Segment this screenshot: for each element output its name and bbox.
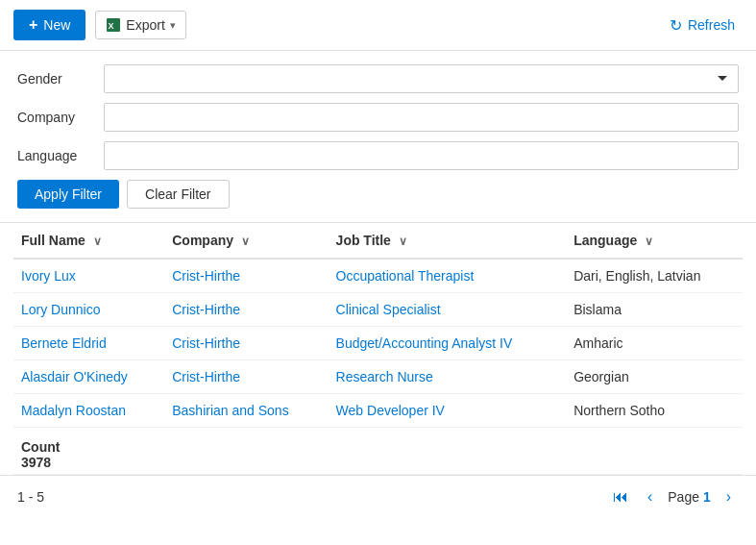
- page-number: 1: [703, 489, 711, 505]
- table-row: Madalyn RoostanBashirian and SonsWeb Dev…: [13, 394, 743, 428]
- cell-company[interactable]: Bashirian and Sons: [172, 403, 288, 418]
- col-language-label: Language: [573, 233, 637, 248]
- col-company-label: Company: [172, 233, 233, 248]
- page-label: Page 1: [664, 489, 714, 505]
- cell-company[interactable]: Crist-Hirthe: [172, 302, 240, 317]
- col-jobtitle-label: Job Title: [336, 233, 391, 248]
- export-button[interactable]: X Export ▾: [95, 11, 185, 39]
- cell-fullname[interactable]: Ivory Lux: [21, 268, 76, 284]
- clear-filter-button[interactable]: Clear Filter: [127, 180, 229, 209]
- company-sort-icon: ∨: [241, 235, 250, 248]
- table-row: Bernete EldridCrist-HirtheBudget/Account…: [13, 327, 743, 360]
- gender-filter-row: Gender Male Female: [17, 64, 739, 93]
- cell-jobtitle[interactable]: Web Developer IV: [336, 403, 445, 418]
- cell-language: Bislama: [566, 293, 743, 327]
- refresh-icon: ↻: [670, 16, 682, 35]
- cell-fullname[interactable]: Alasdair O'Kinedy: [21, 369, 128, 384]
- table-row: Lory DunnicoCrist-HirtheClinical Special…: [13, 293, 743, 327]
- toolbar: + New X Export ▾ ↻ Refresh: [0, 0, 756, 51]
- cell-company[interactable]: Crist-Hirthe: [172, 369, 240, 384]
- table-header: Full Name ∨ Company ∨ Job Title ∨ Langua…: [13, 223, 743, 259]
- col-header-fullname[interactable]: Full Name ∨: [13, 223, 164, 259]
- col-header-jobtitle[interactable]: Job Title ∨: [329, 223, 567, 259]
- pagination-range: 1 - 5: [17, 489, 44, 505]
- data-table: Full Name ∨ Company ∨ Job Title ∨ Langua…: [13, 223, 743, 475]
- company-filter-row: Company: [17, 103, 739, 132]
- cell-jobtitle[interactable]: Budget/Accounting Analyst IV: [336, 335, 513, 351]
- language-label: Language: [17, 148, 94, 163]
- cell-fullname[interactable]: Lory Dunnico: [21, 302, 101, 317]
- language-sort-icon: ∨: [645, 235, 653, 248]
- filter-section: Gender Male Female Company Language Appl…: [0, 51, 756, 223]
- new-button[interactable]: + New: [13, 10, 85, 40]
- table-body: Ivory LuxCrist-HirtheOccupational Therap…: [13, 259, 743, 475]
- company-label: Company: [17, 110, 94, 125]
- gender-select[interactable]: Male Female: [104, 64, 739, 93]
- count-text: Count: [21, 439, 60, 455]
- language-input[interactable]: [104, 141, 739, 170]
- apply-filter-button[interactable]: Apply Filter: [17, 180, 119, 209]
- cell-fullname[interactable]: Madalyn Roostan: [21, 403, 126, 418]
- header-row: Full Name ∨ Company ∨ Job Title ∨ Langua…: [13, 223, 743, 259]
- count-empty-1: [329, 428, 567, 475]
- cell-language: Dari, English, Latvian: [566, 259, 743, 293]
- table-container: Full Name ∨ Company ∨ Job Title ∨ Langua…: [0, 223, 756, 475]
- first-page-button[interactable]: ⏮: [605, 485, 636, 508]
- count-empty-2: [566, 428, 743, 475]
- cell-company[interactable]: Crist-Hirthe: [172, 268, 240, 284]
- count-value: 3978: [21, 455, 51, 470]
- cell-language: Northern Sotho: [566, 394, 743, 428]
- new-button-label: New: [43, 17, 70, 33]
- col-header-company[interactable]: Company ∨: [164, 223, 328, 259]
- col-header-language[interactable]: Language ∨: [566, 223, 743, 259]
- refresh-button[interactable]: ↻ Refresh: [662, 11, 743, 40]
- filter-buttons: Apply Filter Clear Filter: [17, 180, 739, 209]
- cell-jobtitle[interactable]: Clinical Specialist: [336, 302, 441, 317]
- gender-label: Gender: [17, 71, 94, 87]
- page-text: Page: [668, 489, 699, 505]
- col-fullname-label: Full Name: [21, 233, 85, 248]
- cell-language: Georgian: [566, 360, 743, 394]
- export-label: Export: [126, 17, 164, 33]
- cell-language: Amharic: [566, 327, 743, 360]
- svg-text:X: X: [109, 21, 114, 31]
- prev-page-button[interactable]: ‹: [640, 485, 660, 508]
- export-chevron-icon: ▾: [170, 19, 176, 32]
- cell-jobtitle[interactable]: Occupational Therapist: [336, 268, 475, 284]
- fullname-sort-icon: ∨: [93, 235, 102, 248]
- cell-jobtitle[interactable]: Research Nurse: [336, 369, 433, 384]
- excel-icon: X: [106, 17, 121, 33]
- language-filter-row: Language: [17, 141, 739, 170]
- pagination: 1 - 5 ⏮ ‹ Page 1 ›: [0, 475, 756, 518]
- table-row: Alasdair O'KinedyCrist-HirtheResearch Nu…: [13, 360, 743, 394]
- next-page-button[interactable]: ›: [719, 485, 739, 508]
- page-controls: ⏮ ‹ Page 1 ›: [605, 485, 739, 508]
- refresh-label: Refresh: [688, 17, 735, 33]
- cell-company[interactable]: Crist-Hirthe: [172, 335, 240, 351]
- jobtitle-sort-icon: ∨: [399, 235, 407, 248]
- company-input[interactable]: [104, 103, 739, 132]
- cell-fullname[interactable]: Bernete Eldrid: [21, 335, 107, 351]
- count-row: Count3978: [13, 428, 743, 475]
- count-label: Count3978: [13, 428, 329, 475]
- plus-icon: +: [29, 16, 37, 34]
- table-row: Ivory LuxCrist-HirtheOccupational Therap…: [13, 259, 743, 293]
